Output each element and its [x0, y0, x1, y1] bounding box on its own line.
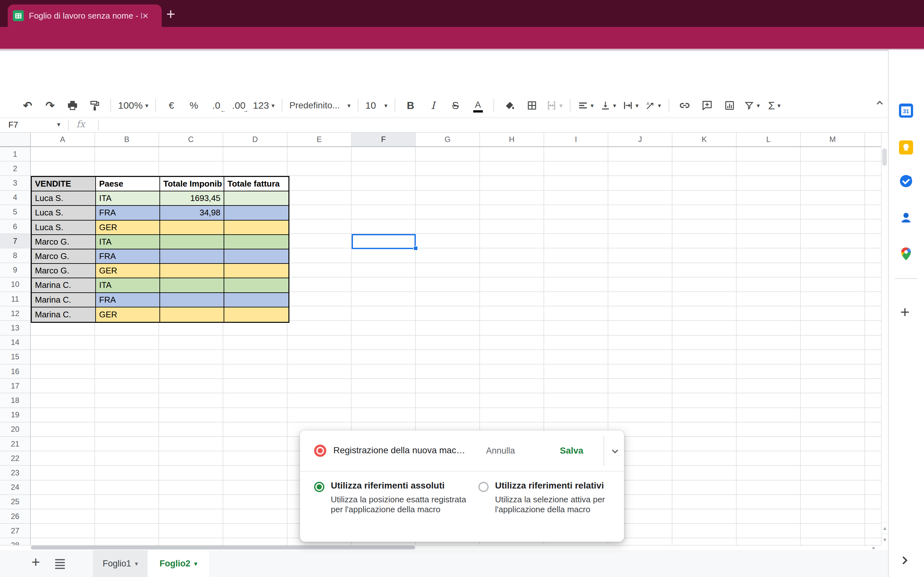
functions-button[interactable]: Σ▾ [764, 97, 785, 114]
increase-decimals-button[interactable]: .00→ [228, 97, 250, 114]
row-header-1[interactable]: 1 [0, 147, 30, 161]
row-header-18[interactable]: 18 [0, 393, 30, 408]
text-wrap-button[interactable]: ▾ [620, 97, 642, 114]
table-cell[interactable]: FRA [96, 206, 160, 220]
row-header-10[interactable]: 10 [0, 277, 30, 292]
table-cell[interactable]: GER [96, 264, 160, 278]
table-cell[interactable]: Marina C. [32, 278, 96, 293]
table-cell[interactable] [224, 206, 288, 220]
row-header-23[interactable]: 23 [0, 466, 30, 480]
table-cell[interactable] [160, 308, 224, 322]
zoom-select[interactable]: 100%▾ [115, 97, 151, 114]
currency-format-button[interactable]: € [160, 97, 182, 114]
table-cell[interactable]: GER [96, 221, 160, 235]
column-header-M[interactable]: M [801, 133, 865, 146]
row-header-2[interactable]: 2 [0, 161, 30, 176]
cancel-button[interactable]: Annulla [480, 430, 521, 471]
row-header-6[interactable]: 6 [0, 219, 30, 234]
radio-option-relative[interactable]: Utilizza riferimenti relativi Utilizza l… [478, 480, 630, 514]
row-header-11[interactable]: 11 [0, 292, 30, 306]
data-table[interactable]: VENDITEPaeseTotale ImponibTotale fattura… [31, 176, 289, 323]
row-header-22[interactable]: 22 [0, 451, 30, 466]
column-header-L[interactable]: L [737, 133, 801, 146]
row-header-5[interactable]: 5 [0, 205, 30, 219]
row-header-13[interactable]: 13 [0, 321, 30, 335]
row-header-24[interactable]: 24 [0, 480, 30, 495]
table-cell[interactable] [160, 293, 224, 308]
keep-icon[interactable] [899, 140, 913, 155]
column-header-I[interactable]: I [544, 133, 608, 146]
column-headers[interactable]: ABCDEFGHIJKLM [31, 133, 881, 147]
strikethrough-button[interactable]: S [445, 97, 467, 114]
table-cell[interactable]: Paese [96, 177, 160, 191]
contacts-icon[interactable] [899, 211, 913, 225]
row-header-9[interactable]: 9 [0, 263, 30, 277]
column-header-F[interactable]: F [352, 133, 416, 146]
table-cell[interactable]: 1693,45 [160, 191, 224, 206]
table-cell[interactable]: Luca S. [32, 191, 96, 206]
table-cell[interactable]: FRA [96, 250, 160, 264]
horizontal-scrollbar-thumb[interactable] [31, 546, 415, 550]
column-header-J[interactable]: J [608, 133, 672, 146]
add-sheet-button[interactable]: + [31, 553, 40, 571]
get-addons-button[interactable]: + [900, 303, 909, 321]
show-side-panel-icon[interactable] [898, 553, 912, 567]
radio-unselected-icon[interactable] [478, 482, 489, 492]
text-color-button[interactable]: A [467, 95, 489, 115]
column-header-D[interactable]: D [223, 133, 288, 146]
vertical-scrollbar[interactable] [881, 133, 888, 545]
table-cell[interactable]: Totale Imponib [160, 177, 224, 191]
table-cell[interactable] [224, 308, 288, 322]
decrease-decimals-button[interactable]: .0← [205, 97, 227, 114]
row-header-28[interactable]: 28 [0, 538, 30, 545]
column-header-E[interactable]: E [288, 133, 352, 146]
table-cell[interactable]: Marina C. [32, 293, 96, 308]
table-cell[interactable]: Totale fattura [224, 177, 288, 191]
borders-button[interactable] [521, 97, 543, 114]
table-cell[interactable]: Marco G. [32, 235, 96, 250]
row-header-15[interactable]: 15 [0, 350, 30, 364]
filter-button[interactable]: ▾ [741, 97, 763, 114]
table-cell[interactable]: Luca S. [32, 206, 96, 220]
fill-color-button[interactable] [499, 97, 520, 114]
undo-button[interactable]: ↶ [17, 97, 39, 114]
row-header-14[interactable]: 14 [0, 335, 30, 350]
table-cell[interactable] [160, 235, 224, 250]
row-header-12[interactable]: 12 [0, 306, 30, 321]
scroll-up-button[interactable]: ▲ [882, 522, 888, 533]
row-header-3[interactable]: 3 [0, 176, 30, 190]
table-cell[interactable]: Marco G. [32, 264, 96, 278]
table-cell[interactable]: FRA [96, 293, 160, 308]
fill-handle[interactable] [413, 246, 418, 251]
add-comment-button[interactable] [696, 97, 718, 114]
column-header-A[interactable]: A [31, 133, 95, 146]
table-cell[interactable] [224, 293, 288, 308]
font-style-select[interactable]: Predefinito...▾ [287, 97, 353, 114]
selected-cell[interactable] [352, 234, 416, 249]
vertical-align-button[interactable]: ▾ [598, 97, 619, 114]
table-cell[interactable] [224, 221, 288, 235]
row-header-7[interactable]: 7 [0, 234, 30, 248]
insert-link-button[interactable] [674, 97, 696, 114]
row-header-27[interactable]: 27 [0, 524, 30, 538]
row-headers[interactable]: 1234567891011121314151617181920212223242… [0, 147, 31, 545]
vertical-scrollbar-thumb[interactable] [882, 148, 887, 166]
column-header-H[interactable]: H [480, 133, 544, 146]
column-header-C[interactable]: C [159, 133, 223, 146]
table-cell[interactable] [160, 221, 224, 235]
table-cell[interactable] [160, 264, 224, 278]
browser-tab[interactable]: Foglio di lavoro senza nome - F × [8, 5, 162, 27]
row-header-17[interactable]: 17 [0, 379, 30, 393]
row-header-16[interactable]: 16 [0, 364, 30, 379]
table-cell[interactable] [224, 250, 288, 264]
text-rotation-button[interactable]: A▾ [642, 97, 664, 114]
radio-selected-icon[interactable] [314, 482, 325, 492]
table-cell[interactable] [224, 235, 288, 250]
row-header-20[interactable]: 20 [0, 422, 30, 437]
italic-button[interactable]: I [422, 97, 444, 114]
select-all-corner[interactable] [0, 133, 31, 147]
column-header-G[interactable]: G [416, 133, 480, 146]
calendar-icon[interactable]: 31 [899, 103, 913, 118]
paint-format-button[interactable] [84, 97, 106, 114]
name-box[interactable]: F7 [8, 120, 18, 130]
